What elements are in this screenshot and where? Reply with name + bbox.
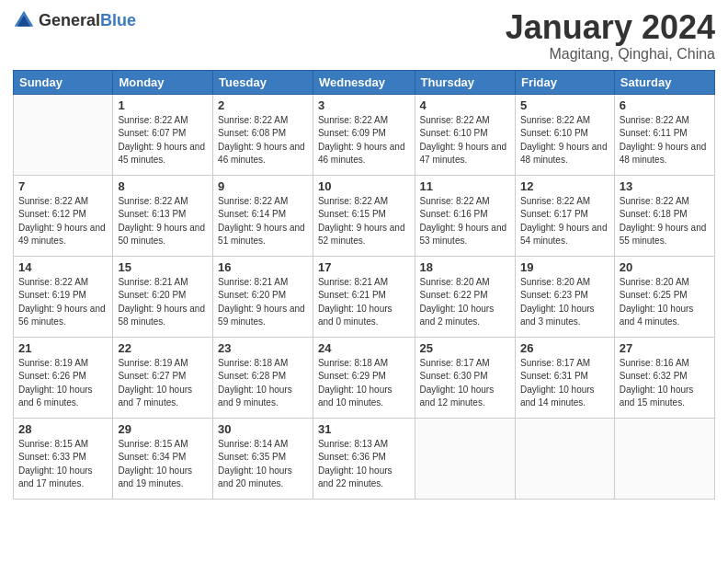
day-number: 6 <box>620 98 710 112</box>
day-info: Sunrise: 8:22 AMSunset: 6:10 PMDaylight:… <box>520 114 609 167</box>
day-info: Sunrise: 8:22 AMSunset: 6:08 PMDaylight:… <box>218 114 308 167</box>
day-info: Sunrise: 8:22 AMSunset: 6:07 PMDaylight:… <box>118 114 208 167</box>
day-number: 11 <box>420 179 510 193</box>
table-row: 17Sunrise: 8:21 AMSunset: 6:21 PMDayligh… <box>313 256 415 337</box>
table-row: 19Sunrise: 8:20 AMSunset: 6:23 PMDayligh… <box>515 256 614 337</box>
col-sunday: Sunday <box>14 70 113 94</box>
day-number: 27 <box>620 341 710 355</box>
table-row: 20Sunrise: 8:20 AMSunset: 6:25 PMDayligh… <box>614 256 714 337</box>
day-number: 20 <box>620 260 710 274</box>
day-info: Sunrise: 8:22 AMSunset: 6:09 PMDaylight:… <box>318 114 410 167</box>
table-row <box>614 418 714 499</box>
day-number: 15 <box>118 260 208 274</box>
day-number: 7 <box>18 179 108 193</box>
day-number: 9 <box>218 179 308 193</box>
day-number: 18 <box>420 260 510 274</box>
day-number: 17 <box>318 260 410 274</box>
day-info: Sunrise: 8:22 AMSunset: 6:11 PMDaylight:… <box>620 114 710 167</box>
logo-general: General <box>39 12 100 29</box>
col-tuesday: Tuesday <box>213 70 313 94</box>
day-info: Sunrise: 8:22 AMSunset: 6:16 PMDaylight:… <box>420 195 510 248</box>
table-row: 12Sunrise: 8:22 AMSunset: 6:17 PMDayligh… <box>515 175 614 256</box>
location: Magitang, Qinghai, China <box>506 46 715 63</box>
day-info: Sunrise: 8:22 AMSunset: 6:17 PMDaylight:… <box>520 195 609 248</box>
day-info: Sunrise: 8:19 AMSunset: 6:27 PMDaylight:… <box>118 357 208 410</box>
table-row: 27Sunrise: 8:16 AMSunset: 6:32 PMDayligh… <box>614 337 714 418</box>
table-row: 5Sunrise: 8:22 AMSunset: 6:10 PMDaylight… <box>515 94 614 175</box>
day-number: 23 <box>218 341 308 355</box>
day-number: 16 <box>218 260 308 274</box>
calendar-week-row: 28Sunrise: 8:15 AMSunset: 6:33 PMDayligh… <box>14 418 715 499</box>
table-row: 8Sunrise: 8:22 AMSunset: 6:13 PMDaylight… <box>113 175 213 256</box>
table-row: 9Sunrise: 8:22 AMSunset: 6:14 PMDaylight… <box>213 175 313 256</box>
day-number: 21 <box>18 341 108 355</box>
day-number: 19 <box>520 260 609 274</box>
day-info: Sunrise: 8:21 AMSunset: 6:20 PMDaylight:… <box>218 276 308 329</box>
day-info: Sunrise: 8:17 AMSunset: 6:30 PMDaylight:… <box>420 357 510 410</box>
day-number: 1 <box>118 98 208 112</box>
day-number: 2 <box>218 98 308 112</box>
table-row: 1Sunrise: 8:22 AMSunset: 6:07 PMDaylight… <box>113 94 213 175</box>
table-row: 14Sunrise: 8:22 AMSunset: 6:19 PMDayligh… <box>14 256 113 337</box>
calendar-week-row: 21Sunrise: 8:19 AMSunset: 6:26 PMDayligh… <box>14 337 715 418</box>
day-info: Sunrise: 8:22 AMSunset: 6:10 PMDaylight:… <box>420 114 510 167</box>
table-row: 6Sunrise: 8:22 AMSunset: 6:11 PMDaylight… <box>614 94 714 175</box>
month-title: January 2024 <box>506 9 715 46</box>
day-info: Sunrise: 8:13 AMSunset: 6:36 PMDaylight:… <box>318 438 410 491</box>
day-info: Sunrise: 8:17 AMSunset: 6:31 PMDaylight:… <box>520 357 609 410</box>
day-info: Sunrise: 8:22 AMSunset: 6:19 PMDaylight:… <box>18 276 108 329</box>
table-row <box>415 418 515 499</box>
calendar-header-row: Sunday Monday Tuesday Wednesday Thursday… <box>14 70 715 94</box>
col-friday: Friday <box>515 70 614 94</box>
calendar-week-row: 7Sunrise: 8:22 AMSunset: 6:12 PMDaylight… <box>14 175 715 256</box>
table-row: 13Sunrise: 8:22 AMSunset: 6:18 PMDayligh… <box>614 175 714 256</box>
table-row: 23Sunrise: 8:18 AMSunset: 6:28 PMDayligh… <box>213 337 313 418</box>
logo-icon <box>13 9 35 31</box>
day-info: Sunrise: 8:15 AMSunset: 6:34 PMDaylight:… <box>118 438 208 491</box>
col-wednesday: Wednesday <box>313 70 415 94</box>
table-row: 31Sunrise: 8:13 AMSunset: 6:36 PMDayligh… <box>313 418 415 499</box>
day-number: 22 <box>118 341 208 355</box>
day-number: 29 <box>118 422 208 436</box>
day-info: Sunrise: 8:21 AMSunset: 6:20 PMDaylight:… <box>118 276 208 329</box>
table-row: 2Sunrise: 8:22 AMSunset: 6:08 PMDaylight… <box>213 94 313 175</box>
table-row: 16Sunrise: 8:21 AMSunset: 6:20 PMDayligh… <box>213 256 313 337</box>
day-number: 5 <box>520 98 609 112</box>
page-header: General Blue January 2024 Magitang, Qing… <box>13 9 715 63</box>
day-info: Sunrise: 8:20 AMSunset: 6:22 PMDaylight:… <box>420 276 510 329</box>
table-row: 3Sunrise: 8:22 AMSunset: 6:09 PMDaylight… <box>313 94 415 175</box>
table-row: 24Sunrise: 8:18 AMSunset: 6:29 PMDayligh… <box>313 337 415 418</box>
table-row: 11Sunrise: 8:22 AMSunset: 6:16 PMDayligh… <box>415 175 515 256</box>
day-info: Sunrise: 8:19 AMSunset: 6:26 PMDaylight:… <box>18 357 108 410</box>
calendar-week-row: 14Sunrise: 8:22 AMSunset: 6:19 PMDayligh… <box>14 256 715 337</box>
calendar-week-row: 1Sunrise: 8:22 AMSunset: 6:07 PMDaylight… <box>14 94 715 175</box>
day-info: Sunrise: 8:14 AMSunset: 6:35 PMDaylight:… <box>218 438 308 491</box>
day-info: Sunrise: 8:22 AMSunset: 6:14 PMDaylight:… <box>218 195 308 248</box>
day-info: Sunrise: 8:21 AMSunset: 6:21 PMDaylight:… <box>318 276 410 329</box>
col-saturday: Saturday <box>614 70 714 94</box>
day-info: Sunrise: 8:22 AMSunset: 6:15 PMDaylight:… <box>318 195 410 248</box>
table-row: 26Sunrise: 8:17 AMSunset: 6:31 PMDayligh… <box>515 337 614 418</box>
table-row: 21Sunrise: 8:19 AMSunset: 6:26 PMDayligh… <box>14 337 113 418</box>
table-row: 4Sunrise: 8:22 AMSunset: 6:10 PMDaylight… <box>415 94 515 175</box>
day-number: 3 <box>318 98 410 112</box>
table-row: 22Sunrise: 8:19 AMSunset: 6:27 PMDayligh… <box>113 337 213 418</box>
table-row: 29Sunrise: 8:15 AMSunset: 6:34 PMDayligh… <box>113 418 213 499</box>
table-row: 7Sunrise: 8:22 AMSunset: 6:12 PMDaylight… <box>14 175 113 256</box>
day-number: 14 <box>18 260 108 274</box>
day-number: 24 <box>318 341 410 355</box>
day-number: 12 <box>520 179 609 193</box>
table-row: 18Sunrise: 8:20 AMSunset: 6:22 PMDayligh… <box>415 256 515 337</box>
calendar-table: Sunday Monday Tuesday Wednesday Thursday… <box>13 70 715 500</box>
day-info: Sunrise: 8:18 AMSunset: 6:28 PMDaylight:… <box>218 357 308 410</box>
table-row <box>14 94 113 175</box>
day-info: Sunrise: 8:22 AMSunset: 6:18 PMDaylight:… <box>620 195 710 248</box>
table-row: 28Sunrise: 8:15 AMSunset: 6:33 PMDayligh… <box>14 418 113 499</box>
day-number: 25 <box>420 341 510 355</box>
day-number: 13 <box>620 179 710 193</box>
logo: General Blue <box>13 9 136 31</box>
table-row: 15Sunrise: 8:21 AMSunset: 6:20 PMDayligh… <box>113 256 213 337</box>
day-info: Sunrise: 8:20 AMSunset: 6:23 PMDaylight:… <box>520 276 609 329</box>
day-number: 26 <box>520 341 609 355</box>
day-number: 10 <box>318 179 410 193</box>
